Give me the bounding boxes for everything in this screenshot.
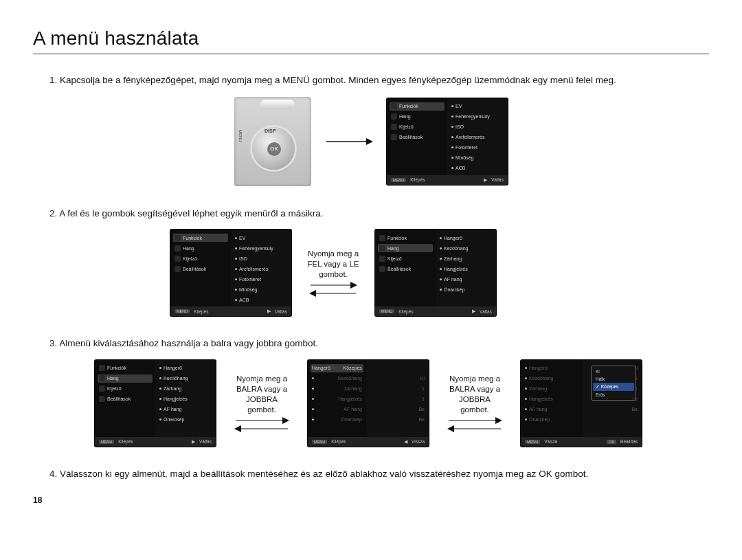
lcd-screen-volume-popup: Hangerő Kezdőhang Zárhang Hangjelzés AF … (521, 360, 642, 447)
display-icon (379, 256, 385, 262)
gear-icon (99, 396, 105, 402)
camera-illustration: DISP OK MENU (234, 97, 311, 186)
option-ki: Ki (593, 368, 634, 375)
speaker-icon (175, 245, 181, 251)
lcd-screen-hang: Funkciók Hang Kijelző Beállítások Hanger… (375, 229, 496, 316)
lcd-screen-funkciok: Funkciók Hang Kijelző Beállítások EV Feh… (387, 98, 508, 185)
lcd-screen-hang-2: Funkciók Hang Kijelző Beállítások Hanger… (95, 360, 216, 447)
svg-marker-11 (495, 417, 502, 424)
step-1-text: 1. Kapcsolja be a fényképezőgépet, majd … (49, 74, 709, 87)
gear-icon (391, 134, 397, 140)
svg-marker-12 (447, 425, 454, 432)
camera-icon (391, 103, 397, 109)
menu-pill: MENU (391, 178, 406, 182)
lcd-screen-funkciok-2: Funkciók Hang Kijelző Beállítások EV Feh… (170, 229, 291, 316)
step-4-text: 4. Válasszon ki egy almenüt, majd a beál… (49, 467, 709, 481)
arrow-left-right-1: Nyomja meg a BALRA vagy a JOBBRA gombot. (229, 374, 294, 433)
display-icon (175, 256, 181, 262)
display-icon (391, 124, 397, 130)
step-2-text: 2. A fel és le gombok segítségével léphe… (49, 207, 709, 221)
page-number: 18 (33, 495, 709, 505)
arrow-up-down: Nyomja meg a FEL vagy a LE gombot. (305, 249, 361, 298)
arrow-right-icon (325, 137, 373, 146)
speaker-icon (99, 375, 105, 381)
step-3-row: Funkciók Hang Kijelző Beállítások Hanger… (95, 360, 709, 447)
step-3-text: 3. Almenü kiválasztásához használja a ba… (49, 337, 709, 350)
camera-icon (99, 365, 105, 371)
gear-icon (379, 266, 385, 272)
volume-options-popup: Ki Halk ✓Közepes Erős (591, 366, 636, 401)
ok-button: OK (267, 142, 281, 156)
gear-icon (175, 266, 181, 272)
svg-marker-7 (282, 417, 289, 424)
svg-marker-3 (350, 282, 357, 289)
menu-button-label: MENU (238, 130, 243, 142)
camera-icon (379, 235, 385, 241)
title-rule (33, 54, 709, 54)
svg-marker-8 (234, 425, 241, 432)
display-icon (99, 385, 105, 392)
option-eros: Erős (593, 391, 634, 399)
step-2-row: Funkciók Hang Kijelző Beállítások EV Feh… (170, 229, 709, 316)
speaker-icon (379, 245, 385, 251)
svg-marker-1 (366, 138, 373, 145)
manual-page: A menü használata 1. Kapcsolja be a fény… (0, 0, 742, 526)
svg-marker-4 (309, 290, 316, 297)
option-kozepes: ✓Közepes (593, 383, 634, 391)
option-halk: Halk (593, 375, 634, 383)
arrow-left-right-2: Nyomja meg a BALRA vagy a JOBBRA gombot. (442, 374, 507, 433)
lcd-screen-hangero: HangerőKözepes Kezdőhang Zárhang Hangjel… (308, 360, 429, 447)
camera-icon (175, 235, 181, 241)
disp-label: DISP (265, 128, 276, 133)
right-icon: ▶ (484, 177, 487, 183)
speaker-icon (391, 113, 397, 120)
step-1-row: DISP OK MENU Funkciók Hang Kijelző Beáll… (33, 97, 709, 186)
page-title: A menü használata (33, 27, 709, 49)
